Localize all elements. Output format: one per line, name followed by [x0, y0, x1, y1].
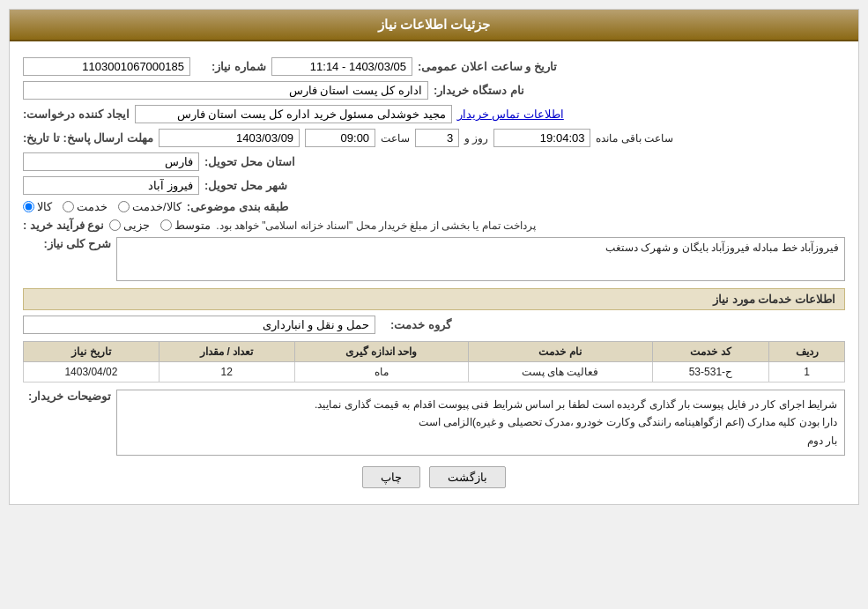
- announce-date-label: تاریخ و ساعت اعلان عمومی:: [418, 60, 557, 73]
- col-header-date: تاریخ نیاز: [24, 342, 160, 362]
- purchase-type-label: نوع فرآیند خرید :: [23, 219, 104, 232]
- category-radio-service-product[interactable]: [118, 201, 130, 212]
- province-input: [23, 152, 199, 171]
- response-time-input: [305, 129, 375, 147]
- category-radio-product[interactable]: [23, 201, 34, 212]
- category-label-service-product: کالا/خدمت: [132, 200, 182, 213]
- purchase-type-minor-label: جزیی: [123, 219, 150, 232]
- remain-label: ساعت باقی مانده: [596, 132, 673, 145]
- category-label-product: کالا: [37, 200, 52, 213]
- cell-quantity: 12: [159, 362, 294, 382]
- buyer-notes-label: توضیحات خریدار:: [23, 390, 111, 403]
- purchase-type-group: متوسط جزیی: [109, 219, 211, 232]
- creator-label: ایجاد کننده درخواست:: [23, 108, 130, 121]
- need-number-label: شماره نیاز:: [196, 60, 266, 73]
- city-input: [23, 176, 199, 195]
- category-option-service[interactable]: خدمت: [63, 200, 108, 213]
- services-table-section: ردیف کد خدمت نام خدمت واحد اندازه گیری ت…: [23, 341, 845, 382]
- province-label: استان محل تحویل:: [204, 155, 295, 168]
- purchase-radio-medium[interactable]: [160, 219, 172, 231]
- col-header-unit: واحد اندازه گیری: [294, 342, 468, 362]
- category-radio-service[interactable]: [63, 201, 74, 212]
- category-option-product[interactable]: کالا: [23, 200, 52, 213]
- page-title: جزئیات اطلاعات نیاز: [378, 17, 490, 32]
- cell-code: ح-531-53: [652, 362, 769, 382]
- col-header-qty: تعداد / مقدار: [159, 342, 294, 362]
- table-row: 1 ح-531-53 فعالیت های پست ماه 12 1403/04…: [24, 362, 845, 382]
- purchase-type-minor[interactable]: جزیی: [109, 219, 150, 232]
- purchase-type-medium[interactable]: متوسط: [160, 219, 211, 232]
- time-label: ساعت: [381, 132, 410, 145]
- col-header-name: نام خدمت: [468, 342, 652, 362]
- response-deadline-label: مهلت ارسال پاسخ: تا تاریخ:: [23, 131, 153, 145]
- purchase-type-medium-label: متوسط: [174, 219, 211, 232]
- cell-name: فعالیت های پست: [468, 362, 652, 382]
- cell-row: 1: [769, 362, 845, 382]
- page-header: جزئیات اطلاعات نیاز: [10, 10, 858, 41]
- back-button[interactable]: بازگشت: [429, 466, 506, 488]
- services-section-title: اطلاعات خدمات مورد نیاز: [23, 288, 845, 310]
- announce-date-input[interactable]: [271, 57, 412, 76]
- print-button[interactable]: چاپ: [362, 466, 420, 488]
- days-input: [415, 129, 459, 147]
- need-desc-label: شرح کلی نیاز:: [23, 237, 111, 250]
- need-desc-textarea[interactable]: فیروزآباد خط مبادله فیروزآباد بایگان و ش…: [116, 237, 845, 281]
- category-label-service: خدمت: [77, 200, 108, 213]
- col-header-code: کد خدمت: [652, 342, 769, 362]
- category-radio-group: کالا/خدمت خدمت کالا: [23, 200, 182, 213]
- city-label: شهر محل تحویل:: [204, 179, 287, 192]
- buyer-org-input: [23, 81, 428, 100]
- service-group-label: گروه خدمت:: [381, 318, 451, 331]
- need-number-input: [23, 57, 190, 76]
- service-group-input: [23, 316, 375, 334]
- creator-name-input: [135, 105, 452, 123]
- action-buttons: بازگشت چاپ: [23, 466, 845, 488]
- buyer-notes-box: شرایط اجرای کار در فایل پیوست بار گذاری …: [116, 390, 845, 456]
- creator-contact-link[interactable]: اطلاعات تماس خریدار: [457, 108, 564, 121]
- day-and-label: روز و: [464, 132, 488, 145]
- remain-input: [493, 129, 590, 147]
- category-label: طبقه بندی موضوعی:: [187, 200, 289, 213]
- cell-date: 1403/04/02: [24, 362, 160, 382]
- response-date-input: [159, 129, 300, 147]
- services-table: ردیف کد خدمت نام خدمت واحد اندازه گیری ت…: [23, 341, 845, 382]
- col-header-row: ردیف: [769, 342, 845, 362]
- purchase-note: پرداخت تمام یا بخشی از مبلغ خریدار محل "…: [216, 219, 536, 232]
- category-option-service-product[interactable]: کالا/خدمت: [118, 200, 182, 213]
- buyer-org-label: نام دستگاه خریدار:: [434, 84, 524, 97]
- cell-unit: ماه: [294, 362, 468, 382]
- purchase-radio-minor[interactable]: [109, 219, 121, 231]
